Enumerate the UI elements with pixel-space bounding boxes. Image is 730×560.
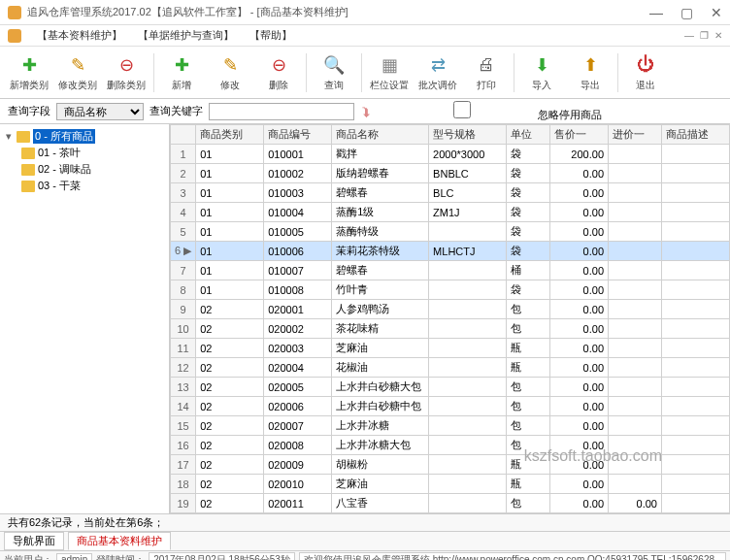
record-status: 共有62条记录，当前处在第6条； [0, 513, 730, 531]
product-grid[interactable]: 商品类别 商品编号 商品名称 型号规格 单位 售价一 进价一 商品描述 1010… [170, 124, 730, 513]
menu-help[interactable]: 【帮助】 [249, 28, 292, 43]
tree-node-02[interactable]: 02 - 调味品 [21, 161, 165, 178]
table-row[interactable]: 6 ▶01010006茉莉花茶特级MLHCTJ袋0.00 [171, 242, 730, 261]
table-row[interactable]: 1302020005上水井白砂糖大包包0.00 [171, 378, 730, 397]
search-go-icon[interactable]: ⮯ [360, 104, 374, 119]
table-row[interactable]: 1802020010芝麻油瓶0.00 [171, 475, 730, 494]
table-row[interactable]: 701010007碧螺春桶0.00 [171, 261, 730, 280]
welcome-text: 欢迎您使用追风仓库管理系统 http://www.poweroffice.com… [299, 552, 726, 561]
table-row[interactable]: 1102020003芝麻油瓶0.00 [171, 339, 730, 358]
batch-icon: ⇄ [426, 53, 449, 77]
col-unit[interactable]: 单位 [507, 125, 550, 145]
batch-price-button[interactable]: ⇄批次调价 [415, 49, 461, 96]
table-row[interactable]: 1602020008上水井冰糖大包包0.00 [171, 436, 730, 455]
export-icon: ⬆ [579, 53, 602, 77]
table-row[interactable]: 201010002版纳碧螺春BNBLC袋0.00 [171, 164, 730, 183]
table-row[interactable]: 1402020006上水井白砂糖中包包0.00 [171, 397, 730, 416]
add-button[interactable]: ✚新增 [158, 49, 205, 96]
login-time: 2017年08月02日 18时56分53秒 [149, 552, 295, 561]
import-icon: ⬇ [530, 53, 553, 77]
window-title: 追风仓库管理系统2017.02【追风软件工作室】 - [商品基本资料维护] [27, 5, 649, 19]
folder-icon [17, 131, 30, 143]
table-row[interactable]: 301010003碧螺春BLC袋0.00 [171, 183, 730, 203]
close-button[interactable]: ✕ [711, 5, 722, 20]
tree-node-03[interactable]: 03 - 干菜 [21, 178, 165, 194]
tree-root[interactable]: ▾0 - 所有商品 [4, 128, 165, 145]
col-desc[interactable]: 商品描述 [661, 125, 729, 145]
query-button[interactable]: 🔍查询 [311, 49, 357, 96]
exit-button[interactable]: ⏻退出 [622, 49, 669, 96]
col-code[interactable]: 商品编号 [264, 125, 332, 145]
current-user: admin [56, 553, 92, 560]
delete-category-button[interactable]: ⊖删除类别 [103, 49, 149, 96]
ignore-disabled-label: 忽略停用商品 [538, 109, 602, 120]
edit-category-button[interactable]: ✎修改类别 [54, 49, 101, 96]
table-row[interactable]: 1702020009胡椒粉瓶0.00 [171, 455, 730, 475]
mdi-min-icon[interactable]: — [684, 30, 694, 41]
col-price1[interactable]: 售价一 [550, 125, 609, 145]
delete-icon: ⊖ [267, 53, 290, 77]
search-keyword-input[interactable] [209, 103, 354, 120]
tab-nav[interactable]: 导航界面 [4, 532, 64, 550]
col-name[interactable]: 商品名称 [332, 125, 429, 145]
search-field-label: 查询字段 [8, 104, 50, 118]
menu-docs[interactable]: 【单据维护与查询】 [138, 28, 234, 43]
delete-button[interactable]: ⊖删除 [255, 49, 302, 96]
col-model[interactable]: 型号规格 [429, 125, 507, 145]
tree-node-01[interactable]: 01 - 茶叶 [21, 145, 165, 161]
edit-icon: ✎ [218, 53, 242, 77]
minimize-button[interactable]: — [649, 5, 663, 20]
login-time-label: 登陆时间： [96, 553, 145, 561]
new-icon: ✚ [170, 53, 193, 77]
search-keyword-label: 查询关键字 [149, 104, 203, 118]
table-row[interactable]: 501010005蒸酶特级袋0.00 [171, 222, 730, 242]
column-settings-button[interactable]: ▦栏位设置 [366, 49, 413, 96]
row-header [171, 125, 196, 145]
pencil-icon: ✎ [66, 53, 89, 77]
app-icon [8, 6, 21, 19]
search-icon: 🔍 [322, 53, 346, 77]
table-row[interactable]: 101010001戳拌2000*3000袋200.00 [171, 145, 730, 164]
table-row[interactable]: 1002020002茶花味精包0.00 [171, 319, 730, 339]
table-row[interactable]: 401010004蒸酶1级ZM1J袋0.00 [171, 203, 730, 222]
current-user-label: 当前用户： [4, 553, 52, 561]
table-row[interactable]: 2002020012下饭菜瓶0.00 [171, 513, 730, 514]
minus-icon: ⊖ [115, 53, 138, 77]
add-category-button[interactable]: ✚新增类别 [6, 49, 52, 96]
columns-icon: ▦ [378, 53, 401, 77]
table-row[interactable]: 1202020004花椒油瓶0.00 [171, 358, 730, 378]
mdi-restore-icon[interactable]: ❐ [700, 30, 709, 41]
folder-icon [21, 164, 35, 176]
folder-icon [21, 181, 35, 192]
table-row[interactable]: 1902020011八宝香包0.000.00 [171, 494, 730, 513]
ignore-disabled-checkbox[interactable] [389, 101, 535, 118]
table-row[interactable]: 1502020007上水井冰糖包0.00 [171, 416, 730, 436]
search-field-select[interactable]: 商品名称 [56, 103, 144, 120]
menu-basic[interactable]: 【基本资料维护】 [37, 28, 122, 43]
print-icon: 🖨 [475, 53, 498, 77]
mdi-close-icon[interactable]: ✕ [714, 30, 722, 41]
maximize-button[interactable]: ▢ [680, 5, 693, 20]
table-row[interactable]: 902020001人参鸡鸭汤包0.00 [171, 300, 730, 319]
menu-icon [8, 29, 21, 43]
table-row[interactable]: 801010008竹叶青袋0.00 [171, 280, 730, 300]
export-button[interactable]: ⬆导出 [567, 49, 614, 96]
folder-icon [21, 148, 35, 159]
edit-button[interactable]: ✎修改 [207, 49, 253, 96]
category-tree[interactable]: ▾0 - 所有商品 01 - 茶叶 02 - 调味品 03 - 干菜 [0, 124, 170, 513]
plus-icon: ✚ [17, 53, 41, 77]
col-price2[interactable]: 进价一 [609, 125, 662, 145]
tab-product-maintain[interactable]: 商品基本资料维护 [68, 532, 171, 550]
exit-icon: ⏻ [634, 53, 657, 77]
import-button[interactable]: ⬇导入 [518, 49, 565, 96]
print-button[interactable]: 🖨打印 [463, 49, 510, 96]
col-category[interactable]: 商品类别 [196, 125, 264, 145]
